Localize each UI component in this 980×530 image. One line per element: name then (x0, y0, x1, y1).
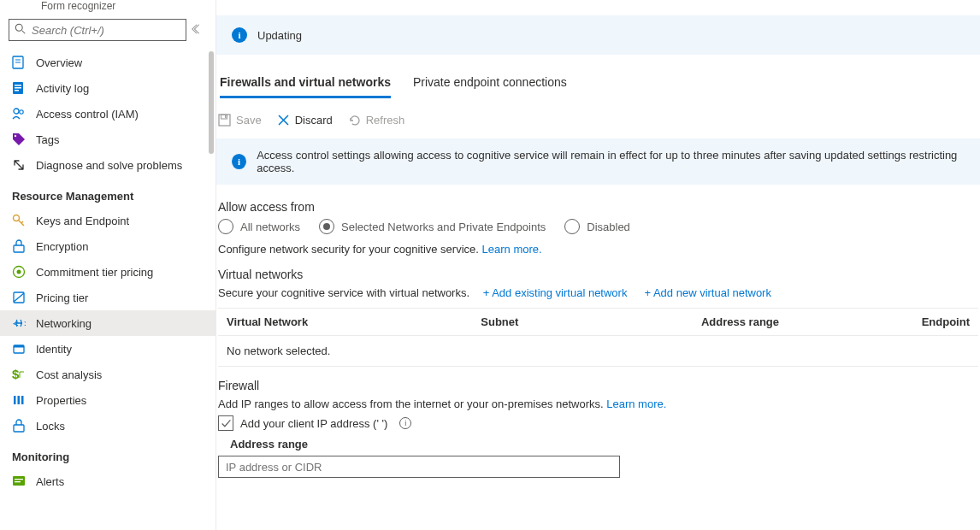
activity-icon (12, 81, 26, 95)
radio-label: Selected Networks and Private Endpoints (341, 221, 546, 233)
nav-alerts[interactable]: Alerts (0, 468, 215, 494)
save-icon (218, 114, 231, 127)
key-icon (12, 214, 26, 227)
learn-more-link[interactable]: Learn more. (482, 243, 542, 256)
col-endpoint: Endpoint (922, 315, 970, 328)
nav-overview[interactable]: Overview (0, 50, 215, 75)
main-content: i Updating Firewalls and virtual network… (216, 0, 980, 530)
commit-icon (12, 265, 26, 279)
scrollbar-thumb[interactable] (209, 51, 214, 154)
nav-encryption[interactable]: Encryption (0, 233, 215, 259)
radio-label: Disabled (587, 221, 630, 233)
nav-item-label: Properties (36, 394, 86, 407)
address-range-label: Address range (230, 438, 978, 450)
info-note-text: Access control settings allowing access … (257, 149, 965, 174)
add-new-vnet-link[interactable]: Add new virtual network (644, 286, 771, 299)
nav-networking[interactable]: Networking (0, 310, 215, 336)
desc-text: Add IP ranges to allow access from the i… (218, 398, 606, 410)
nav-activity-log[interactable]: Activity log (0, 75, 215, 101)
refresh-label: Refresh (366, 114, 405, 127)
checkbox-icon[interactable] (218, 415, 233, 431)
refresh-button[interactable]: Refresh (348, 114, 405, 127)
nav-properties[interactable]: Properties (0, 387, 215, 413)
radio-icon (218, 219, 233, 234)
tab-firewalls[interactable]: Firewalls and virtual networks (220, 70, 391, 98)
info-note-banner: i Access control settings allowing acces… (216, 138, 980, 185)
add-existing-vnet-link[interactable]: Add existing virtual network (483, 286, 628, 299)
info-tooltip-icon[interactable]: i (399, 417, 411, 429)
col-address-range: Address range (701, 315, 922, 328)
svg-point-28 (15, 24, 22, 31)
radio-selected-networks[interactable]: Selected Networks and Private Endpoints (319, 219, 546, 234)
alerts-icon (12, 474, 26, 488)
firewall-desc: Add IP ranges to allow access from the i… (218, 398, 978, 410)
save-label: Save (236, 114, 262, 127)
ip-address-input[interactable] (218, 456, 620, 478)
nav-cost-analysis[interactable]: Cost analysis (0, 362, 215, 387)
nav-identity[interactable]: Identity (0, 336, 215, 362)
iam-icon (12, 107, 26, 121)
client-ip-label: Add your client IP address (' ') (240, 417, 387, 430)
cost-icon (12, 368, 26, 381)
vnet-empty-row: No network selected. (218, 336, 978, 367)
info-icon: i (232, 27, 247, 43)
nav-item-label: Encryption (36, 240, 88, 253)
nav-access-control-iam-[interactable]: Access control (IAM) (0, 101, 215, 127)
radio-label: All networks (240, 221, 300, 233)
nav-item-label: Locks (36, 420, 65, 433)
search-input[interactable] (32, 24, 180, 37)
tab-private-endpoints[interactable]: Private endpoint connections (413, 70, 567, 98)
vnet-desc: Secure your cognitive service with virtu… (218, 286, 469, 299)
vnet-table-header: Virtual Network Subnet Address range End… (218, 308, 978, 336)
nav-pricing-tier[interactable]: Pricing tier (0, 285, 215, 310)
nav-item-label: Tags (36, 133, 59, 146)
breadcrumb: Form recognizer (0, 0, 215, 14)
identity-icon (12, 342, 26, 356)
nav-keys-and-endpoint[interactable]: Keys and Endpoint (0, 208, 215, 233)
discard-label: Discard (295, 114, 333, 127)
radio-all-networks[interactable]: All networks (218, 219, 300, 234)
nav-diagnose-and-solve-problems[interactable]: Diagnose and solve problems (0, 152, 215, 178)
vnet-title: Virtual networks (218, 268, 978, 281)
desc-text: Configure network security for your cogn… (218, 243, 482, 256)
collapse-sidebar-button[interactable] (192, 23, 204, 38)
radio-icon (564, 219, 580, 234)
allow-access-radio-group: All networks Selected Networks and Priva… (218, 219, 978, 234)
info-icon: i (232, 154, 246, 169)
refresh-icon (348, 114, 361, 127)
banner-text: Updating (257, 29, 302, 42)
nav-item-label: Commitment tier pricing (36, 266, 153, 279)
nav-tags[interactable]: Tags (0, 127, 215, 152)
tags-icon (12, 132, 26, 146)
toolbar: Save Discard Refresh (218, 107, 978, 138)
lock-icon (12, 419, 26, 433)
svg-line-29 (22, 30, 26, 33)
allow-access-title: Allow access from (218, 200, 978, 214)
nav-locks[interactable]: Locks (0, 413, 215, 439)
save-button[interactable]: Save (218, 114, 262, 127)
nav-group-resource-management: Resource Management (0, 178, 215, 208)
nav-item-label: Cost analysis (36, 368, 102, 381)
nav-item-label: Networking (36, 317, 92, 330)
radio-disabled[interactable]: Disabled (564, 219, 630, 234)
diagnose-icon (12, 158, 26, 172)
nav-item-label: Diagnose and solve problems (36, 159, 182, 172)
nav-item-label: Overview (36, 56, 82, 69)
network-icon (12, 316, 26, 330)
nav-item-label: Alerts (36, 475, 64, 488)
nav-commitment-tier-pricing[interactable]: Commitment tier pricing (0, 259, 215, 285)
discard-button[interactable]: Discard (277, 114, 333, 127)
nav-item-label: Activity log (36, 82, 89, 95)
firewall-learn-more-link[interactable]: Learn more. (606, 398, 666, 410)
client-ip-checkbox-row[interactable]: Add your client IP address (' ') i (218, 415, 978, 431)
col-subnet: Subnet (481, 315, 701, 328)
search-box[interactable] (9, 19, 186, 41)
discard-icon (277, 114, 290, 127)
vnet-desc-row: Secure your cognitive service with virtu… (218, 286, 978, 299)
updating-banner: i Updating (216, 15, 980, 55)
nav-item-label: Keys and Endpoint (36, 215, 129, 227)
lock-icon (12, 239, 26, 253)
props-icon (12, 393, 26, 407)
pricing-icon (12, 291, 26, 304)
nav-group-monitoring: Monitoring (0, 439, 215, 468)
